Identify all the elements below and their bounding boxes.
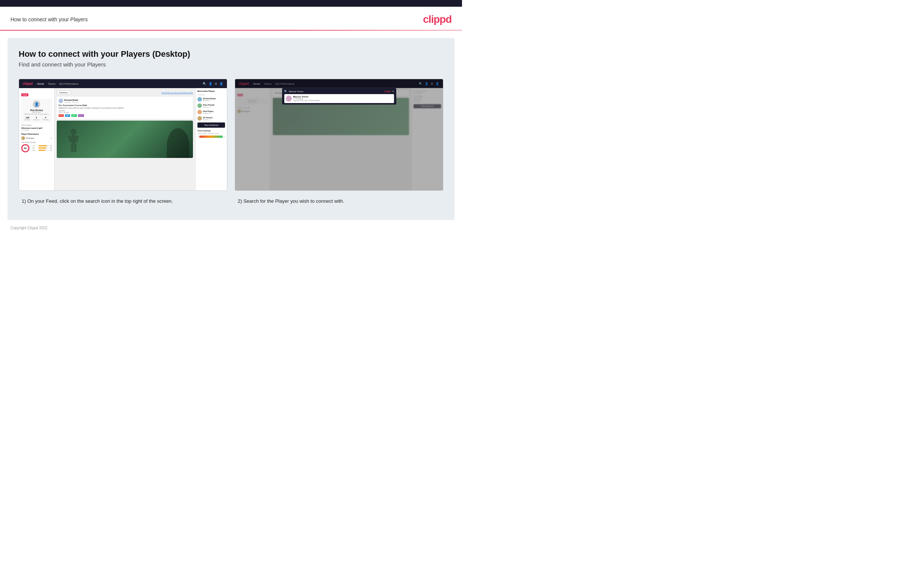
search-close-button[interactable]: ×	[392, 89, 394, 93]
activity-card: Richard Butler Yesterday · The Grove Pre…	[57, 97, 193, 119]
player-avatar-3	[197, 110, 202, 114]
control-link[interactable]: Control who can see your activity and da…	[161, 92, 193, 94]
profile-avatar	[33, 101, 40, 108]
profile-club: Mill Ride Golf Club, United Kingdom	[23, 113, 50, 115]
footer: Copyright Clippd 2022	[0, 220, 462, 236]
heatmap-bar: -5 +5	[197, 136, 225, 138]
nav-item-home[interactable]: Home	[37, 83, 44, 85]
top-gradient-bar	[0, 0, 462, 7]
svg-rect-1	[72, 135, 75, 144]
search-result-club: Cypress Point Club, United Kingdom	[293, 100, 320, 102]
search-query-text[interactable]: Marcus Turner	[289, 90, 382, 93]
page-header: How to connect with your Players clippd	[0, 7, 462, 30]
activity-title: Pre Tournament Course Walk	[58, 104, 191, 106]
player-avatar-1	[197, 97, 202, 102]
search-icon-overlay: 🔍	[284, 90, 287, 93]
latest-activity: Latest Activity Afternoon round of golf …	[21, 124, 52, 131]
latest-activity-date: 27 Jul 2022	[21, 129, 52, 131]
svg-rect-4	[71, 144, 73, 152]
tag-arg: ARG	[71, 114, 77, 117]
svg-rect-5	[74, 144, 76, 152]
tpq-label: Total Player Quality	[21, 141, 52, 143]
header-divider	[0, 30, 462, 31]
activity-user-info: Richard Butler Yesterday · The Grove	[64, 99, 79, 103]
tag-ott: OTT	[58, 114, 64, 117]
feed-panel: Following ▾ Control who can see your act…	[55, 88, 195, 190]
caption-step2: 2) Search for the Player you wish to con…	[235, 191, 443, 205]
nav-logo: clippd	[23, 82, 33, 86]
player-performance-section: Player Performance Eli Vincent ▾	[21, 133, 52, 140]
right-panel: Most Active Players Last 30 days Richard…	[195, 88, 227, 190]
screenshot-frame-1: clippd Home Teams My Performance 🔍 👤 ⚙ 👤	[19, 79, 227, 191]
activity-desc: Walking the course with my coach to buil…	[58, 107, 191, 109]
profile-icon[interactable]: 👤	[209, 82, 212, 86]
nav-item-myperformance[interactable]: My Performance	[59, 83, 78, 85]
activity-meta: Yesterday · The Grove	[64, 101, 79, 103]
tpq-bar-ott: OTT 79	[32, 145, 52, 147]
tag-putt: PUTT	[78, 114, 84, 117]
search-input-row: 🔍 Marcus Turner CLEAR ×	[284, 89, 394, 93]
duration-value: 02 hr : 00 min	[58, 112, 69, 114]
tpq-circle: 84	[21, 144, 29, 153]
nav-item-teams[interactable]: Teams	[48, 83, 56, 85]
tpq-section: Total Player Quality 84 OTT 79	[21, 141, 52, 153]
stat-activities: 129 Activities	[24, 117, 31, 120]
screenshot-frame-2: clippd Home Teams My Performance 🔍 👤 ⚙ 👤	[235, 79, 443, 191]
page-title: How to connect with your Players	[10, 16, 88, 23]
player-info-2: Piers Parnell Activities: 4	[203, 104, 214, 108]
main-subheading: Find and connect with your Players	[19, 61, 443, 68]
player-list-item: Eli Vincent Activities: 1	[197, 116, 225, 120]
tpq-bar-arg: ARG 61	[32, 149, 52, 151]
heatmap-sub: Player Quality · 20 Round Trend	[197, 133, 225, 135]
activity-header: Richard Butler Yesterday · The Grove	[58, 99, 191, 103]
screenshot-block-1: clippd Home Teams My Performance 🔍 👤 ⚙ 👤	[19, 79, 227, 205]
activity-user-name: Richard Butler	[64, 99, 79, 101]
player-avatar-4	[197, 116, 202, 120]
main-heading: How to connect with your Players (Deskto…	[19, 49, 443, 59]
tag-app: APP	[65, 114, 70, 117]
tpq-bars: OTT 79 APP 70	[32, 145, 52, 152]
left-panel: Feed Blair McHarg Golf Coach Mill Ride G…	[19, 88, 55, 190]
heatmap-gradient-bar	[199, 136, 223, 138]
team-heatmap-label: Team Heatmap	[197, 130, 225, 132]
activity-avatar	[58, 99, 63, 103]
avatar-icon[interactable]: 👤	[219, 82, 223, 86]
profile-stats: 129 Activities 3 Followers 4 Following	[23, 117, 50, 120]
clippd-logo: clippd	[423, 13, 451, 25]
following-button[interactable]: Following ▾	[57, 90, 71, 95]
search-clear-button[interactable]: CLEAR	[384, 90, 391, 93]
activity-duration: Duration 02 hr : 00 min	[58, 110, 191, 114]
latest-label: Latest Activity	[21, 124, 52, 126]
stat-followers: 3 Followers	[33, 117, 40, 120]
heatmap-pos: +5	[223, 136, 225, 138]
team-dashboard-button[interactable]: Team Dashboard	[197, 122, 225, 128]
screenshots-row: clippd Home Teams My Performance 🔍 👤 ⚙ 👤	[19, 79, 443, 205]
search-result-info: Marcus Turner 1-5 Handicap Cypress Point…	[293, 96, 320, 102]
app-body: Feed Blair McHarg Golf Coach Mill Ride G…	[19, 88, 227, 190]
player-info-1: Richard Butler Activities: 7	[203, 97, 216, 102]
golfer-image	[167, 128, 189, 158]
player-perf-name: Eli Vincent	[26, 137, 34, 139]
activity-tags: OTT APP ARG PUTT	[58, 114, 191, 117]
player-list-item: Hiral Pujara Activities: 3	[197, 110, 225, 114]
screenshot-block-2: clippd Home Teams My Performance 🔍 👤 ⚙ 👤	[235, 79, 443, 205]
player-info-4: Eli Vincent Activities: 1	[203, 117, 212, 120]
feed-label: Feed	[21, 93, 28, 96]
player-avatar-2	[197, 104, 202, 108]
stat-following: 4 Following	[42, 117, 49, 120]
svg-point-0	[71, 129, 76, 135]
profile-card: Blair McHarg Golf Coach Mill Ride Golf C…	[21, 99, 52, 122]
tpq-bar-app: APP 70	[32, 147, 52, 149]
main-content-area: How to connect with your Players (Deskto…	[8, 38, 455, 220]
most-active-sub: Last 30 days	[197, 94, 225, 96]
caption-step1: 1) On your Feed, click on the search ico…	[19, 191, 227, 205]
search-result[interactable]: Marcus Turner 1-5 Handicap Cypress Point…	[284, 94, 394, 103]
following-row: Following ▾ Control who can see your act…	[57, 90, 193, 95]
app-nav-bar: clippd Home Teams My Performance 🔍 👤 ⚙ 👤	[19, 79, 227, 88]
nav-items: Home Teams My Performance	[37, 83, 79, 85]
copyright-text: Copyright Clippd 2022	[10, 226, 47, 230]
settings-icon[interactable]: ⚙	[215, 82, 217, 86]
search-result-avatar	[285, 96, 291, 102]
search-icon[interactable]: 🔍	[202, 82, 206, 86]
dropdown-icon[interactable]: ▾	[51, 137, 52, 139]
